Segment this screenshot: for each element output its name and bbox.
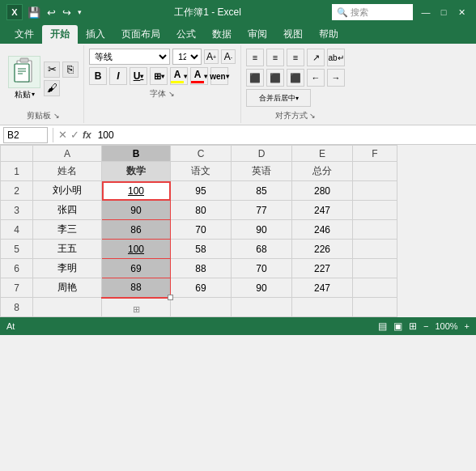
align-top-center-button[interactable]: ≡ [266,49,284,66]
cell-A7[interactable]: 周艳 [33,278,102,298]
view-break-icon[interactable]: ⊞ [409,320,417,332]
cell-reference-box[interactable]: B2 [3,127,48,143]
align-right-button[interactable]: ⬛ [287,69,304,87]
cell-B3[interactable]: 90 [102,201,171,220]
increase-font-size-button[interactable]: A+ [204,49,219,64]
tab-data[interactable]: 数据 [204,25,240,44]
cell-B4[interactable]: 86 [102,220,171,240]
cell-C3[interactable]: 80 [171,201,232,220]
cell-D1[interactable]: 英语 [232,162,292,181]
fill-dropdown[interactable]: ▾ [184,73,187,80]
align-center-button[interactable]: ⬛ [266,69,284,87]
view-normal-icon[interactable]: ▤ [378,320,387,332]
tab-review[interactable]: 审阅 [240,25,275,44]
cell-A3[interactable]: 张四 [33,201,102,220]
font-family-select[interactable]: 等线 [89,49,170,65]
cell-C5[interactable]: 58 [171,240,232,259]
decrease-indent-button[interactable]: ← [307,69,325,87]
tab-view[interactable]: 视图 [275,25,311,44]
paste-button-area[interactable]: 粘贴 ▾ [8,56,40,100]
formula-cancel-button[interactable]: ✕ [58,129,67,141]
cell-D2[interactable]: 85 [232,181,292,201]
col-header-C[interactable]: C [171,146,232,162]
align-top-left-button[interactable]: ≡ [246,49,264,66]
cell-F6[interactable] [353,259,397,278]
cell-B6[interactable]: 69 [102,259,171,278]
borders-btn2[interactable]: wen▾ [210,67,228,85]
cell-C1[interactable]: 语文 [171,162,232,181]
row-header-6[interactable]: 6 [1,259,33,278]
align-expand-icon[interactable]: ↘ [308,112,317,120]
window-buttons[interactable]: — □ ✕ [418,4,470,20]
close-button[interactable]: ✕ [453,4,470,20]
cell-B7[interactable]: 88 [102,278,171,298]
italic-button[interactable]: I [109,67,127,85]
cell-A6[interactable]: 李明 [33,259,102,278]
cell-B2[interactable]: 100 [102,181,171,201]
col-header-F[interactable]: F [353,146,397,162]
border-dropdown[interactable]: ▾ [161,73,164,80]
row-header-1[interactable]: 1 [1,162,33,181]
merge-center-button[interactable]: 合并后居中▾ [246,89,311,107]
underline-dropdown[interactable]: ▾ [140,73,143,80]
row-header-3[interactable]: 3 [1,201,33,220]
cell-B5[interactable]: 100 [102,240,171,259]
cell-C4[interactable]: 70 [171,220,232,240]
cell-A8[interactable] [33,298,102,317]
copy-button[interactable]: ⎘ [62,62,79,78]
col-header-E[interactable]: E [292,146,353,162]
font-expand-icon[interactable]: ↘ [166,90,175,98]
cell-F5[interactable] [353,240,397,259]
cell-D3[interactable]: 77 [232,201,292,220]
cell-F7[interactable] [353,278,397,298]
row-header-4[interactable]: 4 [1,220,33,240]
view-page-icon[interactable]: ▣ [393,320,402,332]
cell-E7[interactable]: 247 [292,278,353,298]
underline-button[interactable]: U ▾ [130,67,147,85]
paste-button[interactable] [8,56,40,88]
tab-home[interactable]: 开始 [42,25,78,44]
col-header-D[interactable]: D [232,146,292,162]
cell-D4[interactable]: 90 [232,220,292,240]
cell-E1[interactable]: 总分 [292,162,353,181]
row-header-7[interactable]: 7 [1,278,33,298]
cell-F8[interactable] [353,298,397,317]
font-color-button[interactable]: A ▾ [190,67,208,85]
cell-E2[interactable]: 280 [292,181,353,201]
cell-E3[interactable]: 247 [292,201,353,220]
cell-A5[interactable]: 王五 [33,240,102,259]
quick-access-toolbar[interactable]: X 💾 ↩ ↪ ▾ [6,4,83,20]
cell-A4[interactable]: 李三 [33,220,102,240]
formula-confirm-button[interactable]: ✓ [70,129,79,141]
tab-insert[interactable]: 插入 [78,25,113,44]
fill-color-button[interactable]: A ▾ [170,67,188,85]
cell-D6[interactable]: 70 [232,259,292,278]
border-button[interactable]: ⊞▾ [150,67,168,85]
row-header-2[interactable]: 2 [1,181,33,201]
wrap-text-button[interactable]: ab↵ [327,49,345,66]
paste-dropdown[interactable]: ▾ [32,91,35,98]
cell-F1[interactable] [353,162,397,181]
cell-C2[interactable]: 95 [171,181,232,201]
cell-B1[interactable]: 数学 [102,162,171,181]
cell-E4[interactable]: 246 [292,220,353,240]
redo-button[interactable]: ↪ [61,6,73,19]
cell-E6[interactable]: 227 [292,259,353,278]
rotate-text-button[interactable]: ↗ [307,49,325,66]
cell-C6[interactable]: 88 [171,259,232,278]
customize-qat-button[interactable]: ▾ [76,8,83,16]
row-header-5[interactable]: 5 [1,240,33,259]
cell-D5[interactable]: 68 [232,240,292,259]
cell-E5[interactable]: 226 [292,240,353,259]
decrease-font-size-button[interactable]: A- [221,49,236,64]
col-header-A[interactable]: A [33,146,102,162]
formula-input[interactable] [95,127,473,143]
insert-function-button[interactable]: fx [83,129,91,141]
cell-F4[interactable] [353,220,397,240]
cell-E8[interactable] [292,298,353,317]
col-header-B[interactable]: B [102,146,171,162]
tab-file[interactable]: 文件 [6,25,42,44]
cut-button[interactable]: ✂ [44,62,60,78]
cell-F3[interactable] [353,201,397,220]
tab-page-layout[interactable]: 页面布局 [113,25,168,44]
